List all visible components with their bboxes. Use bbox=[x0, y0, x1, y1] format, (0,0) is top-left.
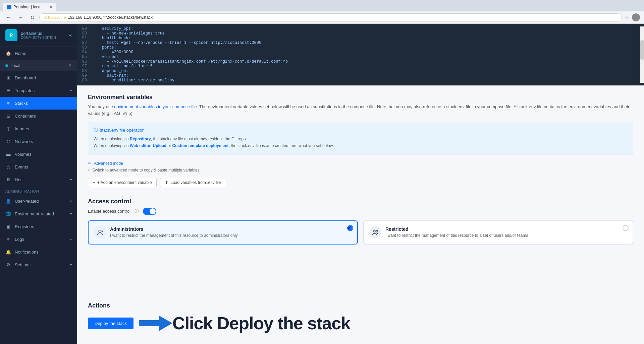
code-line-98: 98 depends_on: bbox=[77, 69, 640, 73]
host-icon: 🖥 bbox=[5, 177, 11, 183]
logs-chevron-icon: ▾ bbox=[70, 237, 72, 241]
deploy-area: Deploy the stack Click Deploy the stack bbox=[88, 313, 633, 333]
sidebar-item-stacks[interactable]: ≡ Stacks bbox=[0, 97, 77, 110]
favicon-icon bbox=[7, 5, 11, 9]
arrow-annotation: Click Deploy the stack bbox=[139, 313, 350, 333]
logo-icon: P bbox=[5, 29, 17, 41]
sidebar-item-env-related[interactable]: 🌐 Environment-related ▾ bbox=[0, 207, 77, 220]
settings-icon: ⚙ bbox=[5, 262, 11, 268]
sidebar-item-containers[interactable]: ⊡ Containers bbox=[0, 110, 77, 122]
code-line-94: 94 - 4200:3000 bbox=[77, 50, 640, 55]
add-env-var-button[interactable]: + + Add an environment variable bbox=[88, 178, 157, 187]
browser-tab[interactable]: Portainer | loca... ✕ bbox=[3, 3, 56, 11]
code-line-99: 99 salt-rim: bbox=[77, 73, 640, 78]
actions-title: Actions bbox=[88, 302, 633, 309]
sidebar-label-env-related: Environment-related bbox=[15, 211, 54, 216]
env-actions-row: + + Add an environment variable ⬆ Load v… bbox=[88, 178, 633, 187]
administrators-title: Administrators bbox=[110, 226, 238, 232]
env-close-button[interactable]: ✕ bbox=[68, 63, 72, 68]
registries-icon: ▣ bbox=[5, 223, 11, 229]
sidebar-label-notifications: Notifications bbox=[15, 250, 39, 255]
sidebar: P portainer.io COMMUNITY EDITION « 🏠 Hom… bbox=[0, 24, 77, 344]
content-area: Environment variables You may use enviro… bbox=[77, 86, 644, 302]
scrollbar-thumb bbox=[640, 40, 644, 60]
sidebar-item-home[interactable]: 🏠 Home bbox=[0, 47, 77, 60]
sidebar-item-user-related[interactable]: 👤 User-related ▾ bbox=[0, 195, 77, 207]
code-line-97: 97 restart: on-failure:5 bbox=[77, 64, 640, 69]
logs-icon: ≡ bbox=[5, 236, 11, 242]
sidebar-item-networks[interactable]: ⬡ Networks bbox=[0, 135, 77, 148]
sidebar-label-logs: Logs bbox=[15, 237, 24, 242]
restricted-icon bbox=[369, 226, 381, 238]
logo-text: portainer.io COMMUNITY EDITION bbox=[21, 31, 56, 40]
sidebar-item-notifications[interactable]: 🔔 Notifications bbox=[0, 246, 77, 258]
volumes-icon: ▬ bbox=[5, 151, 11, 157]
advanced-mode-hint: ○ Switch to advanced mode to copy & past… bbox=[88, 168, 633, 173]
env-vars-title: Environment variables bbox=[88, 94, 633, 101]
restricted-radio[interactable] bbox=[623, 225, 629, 231]
sidebar-label-templates: Templates bbox=[15, 88, 35, 93]
code-scrollbar[interactable] bbox=[640, 26, 644, 83]
info-box-title: ⓘ stack.env file operation bbox=[94, 127, 628, 133]
enable-access-label: Enable access control bbox=[88, 209, 130, 214]
administrators-card-text: Administrators I want to restrict the ma… bbox=[110, 226, 238, 238]
sidebar-item-logs[interactable]: ≡ Logs ▾ bbox=[0, 233, 77, 246]
restricted-desc: I want to restrict the management of thi… bbox=[385, 233, 528, 238]
sidebar-logo: P portainer.io COMMUNITY EDITION « bbox=[0, 24, 77, 47]
code-line-92: 92 test: wget --no-verbose --tries=1 --s… bbox=[77, 41, 640, 45]
arrow-icon bbox=[139, 314, 172, 332]
sidebar-label-host: Host bbox=[15, 177, 24, 182]
forward-button[interactable]: → bbox=[16, 14, 25, 21]
sidebar-label-dashboard: Dashboard bbox=[15, 75, 36, 80]
refresh-button[interactable]: ↻ bbox=[28, 14, 37, 21]
sidebar-item-host[interactable]: 🖥 Host ▾ bbox=[0, 173, 77, 186]
profile-avatar[interactable] bbox=[632, 13, 640, 21]
bookmark-button[interactable]: ☆ bbox=[625, 14, 629, 21]
env-vars-link[interactable]: environment variables in your compose fi… bbox=[114, 104, 197, 109]
access-card-restricted[interactable]: Restricted I want to restrict the manage… bbox=[363, 220, 633, 245]
deploy-stack-button[interactable]: Deploy the stack bbox=[88, 318, 133, 329]
env-name: local bbox=[11, 63, 20, 68]
advanced-mode-toggle[interactable]: ✏ Advanced mode bbox=[88, 161, 633, 166]
browser-chrome: Portainer | loca... ✕ ← → ↻ ⚠ Not secure… bbox=[0, 0, 644, 24]
networks-icon: ⬡ bbox=[5, 138, 11, 144]
administrators-radio[interactable]: ✓ bbox=[347, 225, 353, 231]
upload-icon: ⬆ bbox=[165, 180, 168, 185]
sidebar-label-registries: Registries bbox=[15, 224, 34, 229]
load-env-file-button[interactable]: ⬆ Load variables from .env file bbox=[160, 178, 226, 187]
sidebar-item-templates[interactable]: ☰ Templates ▾ bbox=[0, 84, 77, 97]
plus-icon: + bbox=[93, 180, 95, 185]
templates-chevron-icon: ▾ bbox=[70, 89, 72, 92]
sidebar-item-registries[interactable]: ▣ Registries bbox=[0, 220, 77, 233]
sidebar-label-settings: Settings bbox=[15, 262, 31, 267]
restricted-card-text: Restricted I want to restrict the manage… bbox=[385, 226, 528, 238]
access-card-administrators[interactable]: Administrators I want to restrict the ma… bbox=[88, 220, 358, 245]
tab-title: Portainer | loca... bbox=[13, 5, 44, 9]
sidebar-item-dashboard[interactable]: ⊞ Dashboard bbox=[0, 71, 77, 84]
sidebar-item-images[interactable]: ◫ Images bbox=[0, 122, 77, 135]
env-related-icon: 🌐 bbox=[5, 211, 11, 217]
sidebar-item-settings[interactable]: ⚙ Settings ▾ bbox=[0, 258, 77, 271]
sidebar-item-events[interactable]: ◎ Events bbox=[0, 160, 77, 173]
address-bar[interactable]: ⚠ Not secure 192.168.1.18:9000/#l/2/dock… bbox=[39, 13, 622, 21]
user-related-chevron-icon: ▾ bbox=[70, 199, 72, 203]
enable-access-control-row: Enable access control ⓘ bbox=[88, 208, 633, 215]
host-chevron-icon: ▾ bbox=[70, 178, 72, 182]
access-cards: Administrators I want to restrict the ma… bbox=[88, 220, 633, 245]
env-icon bbox=[5, 64, 8, 67]
access-control-toggle[interactable] bbox=[143, 208, 156, 215]
sidebar-label-volumes: Volumes bbox=[15, 152, 32, 157]
sidebar-label-stacks: Stacks bbox=[15, 101, 28, 106]
sidebar-label-events: Events bbox=[15, 164, 28, 169]
svg-point-4 bbox=[376, 230, 378, 232]
code-line-96: 96 - /volume1/docker/barassistant/nginx.… bbox=[77, 59, 640, 64]
info-circle-icon: ○ bbox=[88, 168, 90, 173]
back-button[interactable]: ← bbox=[4, 14, 13, 21]
sidebar-env-local[interactable]: local ✕ bbox=[0, 60, 77, 71]
close-tab-button[interactable]: ✕ bbox=[49, 5, 52, 9]
code-line-91: 91 healthcheck: bbox=[77, 36, 640, 41]
sidebar-collapse-button[interactable]: « bbox=[69, 32, 72, 38]
sidebar-item-volumes[interactable]: ▬ Volumes bbox=[0, 148, 77, 160]
access-control-title: Access control bbox=[88, 198, 633, 205]
svg-marker-5 bbox=[139, 316, 172, 331]
